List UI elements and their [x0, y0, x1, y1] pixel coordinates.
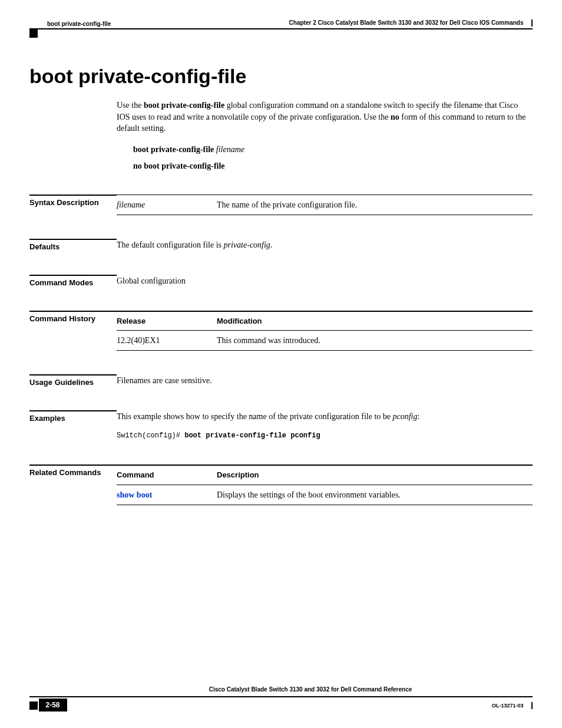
example-intro: This example shows how to specify the na…: [117, 410, 533, 423]
usage-text: Filenames are case sensitive.: [117, 374, 533, 387]
header-chapter: Chapter 2 Cisco Catalyst Blade Switch 31…: [289, 18, 533, 27]
document-id: OL-13271-03: [492, 703, 524, 709]
syntax-usage-line-1: boot private-config-file filename: [133, 145, 533, 154]
syntax-param: filename: [117, 195, 217, 215]
section-label: Examples: [29, 410, 117, 423]
header-end-marker-icon: [529, 19, 533, 27]
related-commands-section: Related Commands Command Description sho…: [29, 465, 533, 505]
related-command-cell: show boot: [117, 485, 217, 505]
section-label: Related Commands: [29, 465, 117, 477]
syntax-description-section: Syntax Description filename The name of …: [29, 195, 533, 215]
related-col-description: Description: [217, 465, 533, 485]
defaults-section: Defaults The default configuration file …: [29, 239, 533, 251]
footer-end-marker-icon: [529, 702, 533, 709]
header-section-title: boot private-config-file: [47, 21, 111, 27]
examples-section: Examples This example shows how to speci…: [29, 410, 533, 441]
section-label: Command Modes: [29, 275, 117, 287]
section-label: Syntax Description: [29, 195, 117, 207]
section-label: Usage Guidelines: [29, 374, 117, 387]
running-header: boot private-config-file Chapter 2 Cisco…: [29, 18, 533, 29]
footer-left: 2-58: [29, 699, 67, 711]
usage-guidelines-section: Usage Guidelines Filenames are case sens…: [29, 374, 533, 387]
footer-doc-title: Cisco Catalyst Blade Switch 3130 and 303…: [209, 686, 412, 693]
syntax-param-desc: The name of the private configuration fi…: [217, 195, 533, 215]
history-col-modification: Modification: [217, 311, 533, 331]
command-modes-text: Global configuration: [117, 275, 533, 287]
intro-paragraph: Use the boot private-config-file global …: [117, 100, 533, 134]
page-footer: Cisco Catalyst Blade Switch 3130 and 303…: [29, 684, 533, 711]
command-modes-section: Command Modes Global configuration: [29, 275, 533, 287]
related-col-command: Command: [117, 465, 217, 485]
section-label: Defaults: [29, 239, 117, 251]
section-label: Command History: [29, 311, 117, 323]
related-description: Displays the settings of the boot enviro…: [217, 485, 533, 505]
command-history-section: Command History Release Modification 12.…: [29, 311, 533, 351]
syntax-description-table: filename The name of the private configu…: [117, 195, 533, 215]
footer-marker-icon: [29, 701, 38, 710]
command-history-table: Release Modification 12.2(40)EX1 This co…: [117, 311, 533, 351]
syntax-usage-line-2: no boot private-config-file: [133, 162, 533, 171]
history-col-release: Release: [117, 311, 217, 331]
page-number: 2-58: [39, 699, 67, 711]
table-row: 12.2(40)EX1 This command was introduced.: [117, 331, 533, 351]
history-release: 12.2(40)EX1: [117, 331, 217, 351]
history-modification: This command was introduced.: [217, 331, 533, 351]
page-title: boot private-config-file: [29, 65, 533, 88]
header-marker-icon: [29, 29, 38, 38]
footer-right: OL-13271-03: [492, 700, 533, 710]
defaults-text: The default configuration file is privat…: [117, 239, 533, 251]
related-command-link[interactable]: show boot: [117, 490, 152, 499]
example-code: Switch(config)# boot private-config-file…: [117, 429, 533, 441]
related-commands-table: Command Description show boot Displays t…: [117, 465, 533, 505]
table-row: show boot Displays the settings of the b…: [117, 485, 533, 505]
